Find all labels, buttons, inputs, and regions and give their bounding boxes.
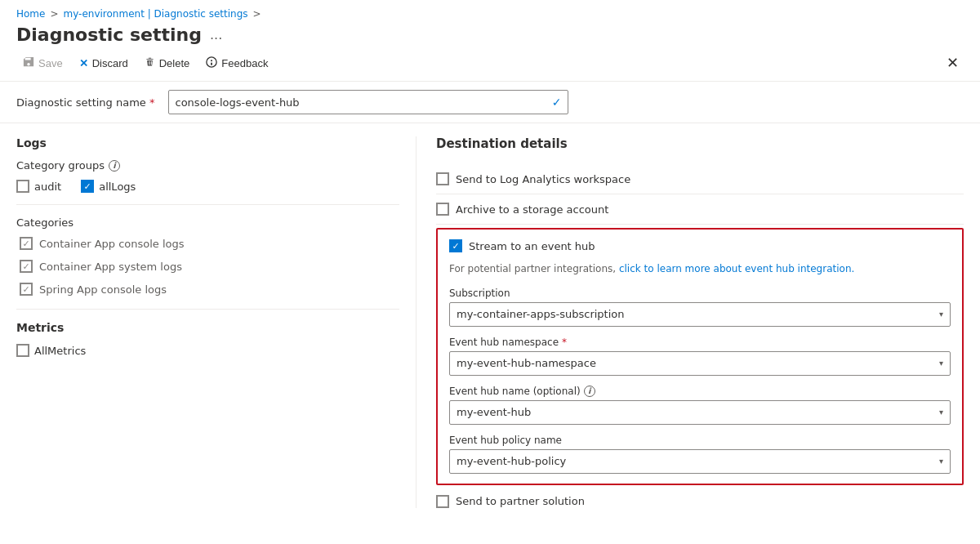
event-hub-header: Stream to an event hub — [449, 239, 951, 252]
category-list: Container App console logs Container App… — [16, 237, 399, 296]
partner-link[interactable]: click to learn more about event hub inte… — [619, 263, 854, 274]
category-groups-info-icon[interactable]: i — [109, 160, 120, 172]
log-analytics-option: Send to Log Analytics workspace — [436, 164, 964, 194]
policy-dropdown[interactable]: my-event-hub-policy ▾ — [449, 449, 951, 474]
category-groups-subtitle: Category groups i — [16, 159, 399, 172]
storage-option: Archive to a storage account — [436, 194, 964, 225]
subscription-dropdown[interactable]: my-container-apps-subscription ▾ — [449, 302, 951, 327]
required-indicator: * — [149, 96, 155, 109]
hub-name-dropdown[interactable]: my-event-hub ▾ — [449, 400, 951, 425]
right-panel: Destination details Send to Log Analytic… — [416, 136, 964, 508]
feedback-button[interactable]: Feedback — [199, 52, 274, 74]
category-item-1: Container App console logs — [20, 237, 399, 250]
close-button[interactable]: ✕ — [941, 51, 964, 74]
category-item-2: Container App system logs — [20, 260, 399, 273]
logs-section-title: Logs — [16, 136, 399, 149]
breadcrumb-sep2: > — [253, 8, 261, 20]
breadcrumb-home[interactable]: Home — [16, 8, 45, 20]
save-button[interactable]: Save — [16, 52, 69, 74]
namespace-dropdown[interactable]: my-event-hub-namespace ▾ — [449, 351, 951, 376]
audit-checkbox[interactable] — [16, 180, 29, 193]
save-icon — [23, 56, 34, 70]
category-item-3: Spring App console logs — [20, 283, 399, 296]
svg-point-1 — [211, 60, 212, 61]
all-metrics-checkbox-label[interactable]: AllMetrics — [16, 344, 86, 357]
event-hub-checkbox[interactable] — [449, 239, 462, 252]
category-3-checkbox[interactable] — [20, 283, 33, 296]
discard-button[interactable]: ✕ Discard — [73, 53, 135, 74]
metrics-section-title: Metrics — [16, 321, 399, 334]
setting-name-input-wrapper: console-logs-event-hub ✓ — [168, 90, 568, 114]
input-check-icon: ✓ — [552, 96, 562, 109]
namespace-label: Event hub namespace * — [449, 337, 951, 348]
hub-name-field: Event hub name (optional) i my-event-hub… — [449, 386, 951, 425]
partner-solution-label: Send to partner solution — [456, 495, 585, 507]
category-2-label: Container App system logs — [39, 261, 182, 273]
setting-name-label: Diagnostic setting name * — [16, 96, 155, 109]
categories-subtitle: Categories — [16, 216, 399, 229]
hub-name-info-icon[interactable]: i — [584, 386, 595, 397]
left-panel: Logs Category groups i audit allLogs Cat… — [16, 136, 416, 508]
delete-icon — [145, 56, 155, 69]
partner-solution-option: Send to partner solution — [436, 485, 964, 508]
all-logs-checkbox[interactable] — [81, 180, 94, 193]
metrics-divider — [16, 309, 399, 310]
feedback-label: Feedback — [221, 57, 268, 69]
log-analytics-label: Send to Log Analytics workspace — [456, 173, 630, 185]
all-logs-checkbox-label[interactable]: allLogs — [81, 180, 136, 193]
delete-button[interactable]: Delete — [138, 52, 197, 74]
discard-icon: ✕ — [79, 57, 88, 69]
policy-label: Event hub policy name — [449, 435, 951, 446]
audit-checkbox-label[interactable]: audit — [16, 180, 61, 193]
delete-label: Delete — [159, 57, 190, 69]
hub-name-label: Event hub name (optional) i — [449, 386, 951, 397]
policy-chevron-icon: ▾ — [939, 457, 943, 466]
subscription-label: Subscription — [449, 288, 951, 299]
breadcrumb: Home > my-environment | Diagnostic setti… — [16, 8, 964, 20]
category-groups-row: audit allLogs — [16, 180, 399, 193]
discard-label: Discard — [92, 57, 128, 69]
namespace-chevron-icon: ▾ — [939, 359, 943, 368]
partner-solution-checkbox[interactable] — [436, 495, 449, 508]
feedback-icon — [206, 56, 217, 70]
setting-name-row: Diagnostic setting name * console-logs-e… — [0, 82, 980, 123]
subscription-chevron-icon: ▾ — [939, 310, 943, 319]
category-1-label: Container App console logs — [39, 238, 185, 250]
storage-checkbox[interactable] — [436, 203, 449, 216]
page-title-ellipsis[interactable]: ... — [210, 27, 222, 42]
namespace-required: * — [562, 337, 567, 348]
all-metrics-row: AllMetrics — [16, 344, 399, 357]
svg-point-0 — [207, 56, 216, 66]
hub-name-chevron-icon: ▾ — [939, 408, 943, 417]
namespace-field: Event hub namespace * my-event-hub-names… — [449, 337, 951, 376]
category-3-label: Spring App console logs — [39, 283, 167, 296]
breadcrumb-sep1: > — [50, 8, 58, 20]
event-hub-section: Stream to an event hub For potential par… — [436, 228, 964, 485]
event-hub-label: Stream to an event hub — [469, 240, 595, 252]
svg-rect-2 — [211, 62, 212, 65]
category-2-checkbox[interactable] — [20, 260, 33, 273]
policy-field: Event hub policy name my-event-hub-polic… — [449, 435, 951, 474]
page-title: Diagnostic setting — [16, 25, 202, 45]
all-metrics-checkbox[interactable] — [16, 344, 29, 357]
save-label: Save — [38, 57, 63, 69]
log-analytics-checkbox[interactable] — [436, 172, 449, 185]
partner-info: For potential partner integrations, clic… — [449, 262, 951, 276]
storage-label: Archive to a storage account — [456, 203, 608, 216]
toolbar: Save ✕ Discard Delete Feedback ✕ — [0, 45, 980, 82]
logs-divider — [16, 204, 399, 205]
category-1-checkbox[interactable] — [20, 237, 33, 250]
destination-title: Destination details — [436, 136, 964, 151]
breadcrumb-environment[interactable]: my-environment | Diagnostic settings — [64, 8, 248, 20]
setting-name-input[interactable]: console-logs-event-hub — [168, 90, 568, 114]
main-content: Logs Category groups i audit allLogs Cat… — [0, 123, 980, 521]
subscription-field: Subscription my-container-apps-subscript… — [449, 288, 951, 327]
